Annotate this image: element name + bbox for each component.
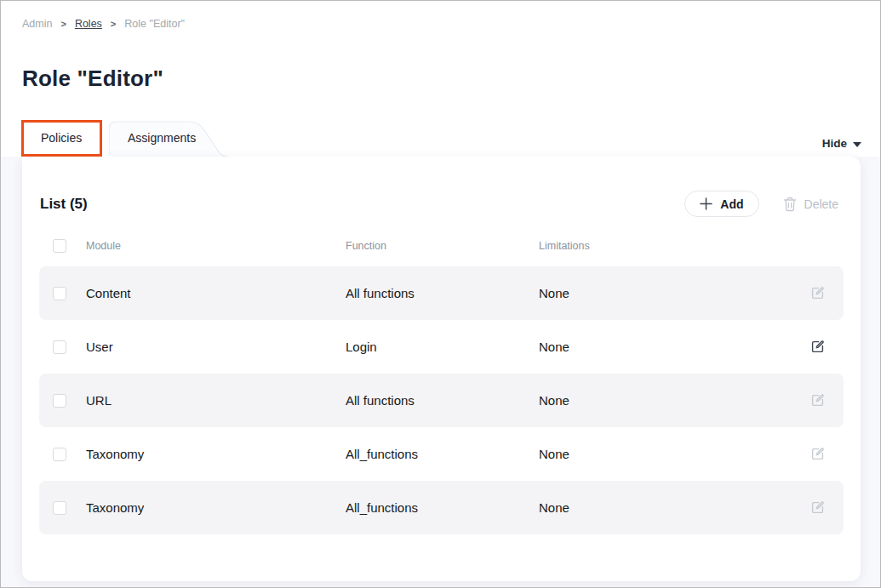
row-function-value: Login xyxy=(346,340,539,354)
breadcrumb-separator: > xyxy=(60,19,66,29)
row-module-value: URL xyxy=(86,393,346,408)
tab-policies[interactable]: Policies xyxy=(22,121,116,157)
trash-icon xyxy=(783,197,797,212)
policies-panel: List (5) Add Delete Modul xyxy=(22,157,861,581)
tab-assignments-label: Assignments xyxy=(109,121,230,145)
row-limitations-value: None xyxy=(539,340,791,354)
row-function-value: All_functions xyxy=(346,500,539,515)
row-limitations-value: None xyxy=(539,500,791,515)
chevron-down-icon xyxy=(853,142,861,147)
list-header: List (5) Add Delete xyxy=(22,157,861,217)
row-checkbox[interactable] xyxy=(53,394,66,408)
breadcrumb-item-current: Role "Editor" xyxy=(124,18,185,30)
page-title: Role "Editor" xyxy=(22,66,163,92)
add-button-label: Add xyxy=(720,197,743,211)
select-all-checkbox[interactable] xyxy=(53,239,66,253)
row-module-value: User xyxy=(86,340,346,354)
breadcrumb-item-roles[interactable]: Roles xyxy=(75,18,102,30)
edit-icon[interactable] xyxy=(809,392,826,408)
edit-icon[interactable] xyxy=(809,339,826,355)
table-row: Taxonomy All_functions None xyxy=(39,481,844,534)
row-checkbox[interactable] xyxy=(53,340,66,354)
table-row: URL All functions None xyxy=(39,374,844,427)
app-window: Admin > Roles > Role "Editor" Role "Edit… xyxy=(0,0,881,588)
list-actions: Add Delete xyxy=(684,191,844,217)
add-button[interactable]: Add xyxy=(684,191,758,217)
breadcrumb-item-admin: Admin xyxy=(22,18,52,30)
column-header-module: Module xyxy=(86,240,346,252)
tab-bar: Policies Assignments xyxy=(1,121,880,157)
column-header-limitations: Limitations xyxy=(539,240,791,252)
tab-assignments[interactable]: Assignments xyxy=(109,121,230,157)
delete-button-label: Delete xyxy=(804,197,838,211)
plus-icon xyxy=(700,197,712,210)
edit-icon[interactable] xyxy=(809,500,826,516)
edit-icon[interactable] xyxy=(809,446,826,462)
list-title: List (5) xyxy=(40,196,88,213)
hide-toggle-label: Hide xyxy=(822,137,847,150)
table-row: Taxonomy All_functions None xyxy=(39,427,844,481)
row-checkbox[interactable] xyxy=(53,287,66,300)
table-row: User Login None xyxy=(39,320,844,374)
row-checkbox[interactable] xyxy=(53,448,66,461)
row-limitations-value: None xyxy=(539,286,791,300)
row-limitations-value: None xyxy=(539,447,791,461)
edit-icon[interactable] xyxy=(809,285,826,301)
breadcrumb: Admin > Roles > Role "Editor" xyxy=(22,18,185,30)
row-function-value: All functions xyxy=(346,286,539,300)
row-function-value: All_functions xyxy=(346,447,539,461)
tab-policies-label: Policies xyxy=(22,121,116,145)
row-function-value: All functions xyxy=(346,393,539,408)
table-body: Content All functions None User Login No… xyxy=(39,266,844,534)
row-module-value: Taxonomy xyxy=(86,500,346,515)
hide-toggle[interactable]: Hide xyxy=(822,137,861,150)
table-row: Content All functions None xyxy=(39,266,844,320)
row-checkbox[interactable] xyxy=(53,501,66,515)
delete-button[interactable]: Delete xyxy=(778,197,844,212)
row-module-value: Content xyxy=(86,286,346,300)
row-limitations-value: None xyxy=(539,393,791,408)
row-module-value: Taxonomy xyxy=(86,447,346,461)
policies-table: Module Function Limitations Content All … xyxy=(39,239,844,534)
column-header-function: Function xyxy=(346,240,539,252)
table-header-row: Module Function Limitations xyxy=(39,239,844,266)
breadcrumb-separator: > xyxy=(111,19,116,29)
